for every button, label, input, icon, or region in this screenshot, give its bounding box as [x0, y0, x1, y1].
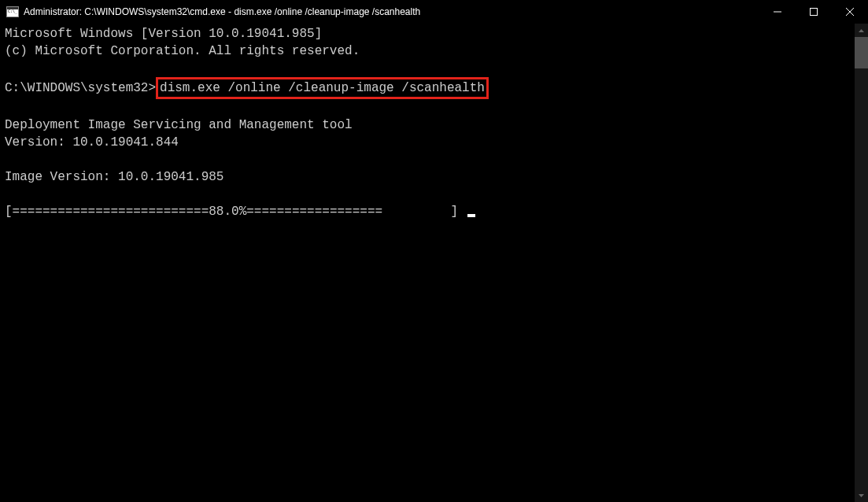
minimize-icon	[774, 8, 781, 16]
terminal-area: Microsoft Windows [Version 10.0.19041.98…	[0, 24, 868, 502]
scrollbar-thumb[interactable]	[855, 37, 868, 68]
progress-bar-left: [==========================	[5, 205, 209, 219]
prompt-text: C:\WINDOWS\system32>	[5, 81, 156, 95]
maximize-button[interactable]	[796, 0, 832, 24]
svg-rect-1	[811, 9, 818, 16]
progress-bar-right: ================== ]	[246, 205, 465, 219]
svg-marker-4	[859, 29, 864, 32]
progress-percent: 88.0%	[209, 205, 246, 219]
chevron-down-icon	[859, 494, 864, 497]
window-controls	[759, 0, 868, 24]
maximize-icon	[810, 8, 818, 16]
os-version-line: Microsoft Windows [Version 10.0.19041.98…	[5, 27, 322, 41]
scroll-down-button[interactable]	[855, 489, 868, 502]
title-left: Administrator: C:\WINDOWS\system32\cmd.e…	[6, 6, 420, 17]
copyright-line: (c) Microsoft Corporation. All rights re…	[5, 44, 360, 58]
image-version-line: Image Version: 10.0.19041.985	[5, 170, 223, 184]
cmd-icon	[6, 6, 19, 17]
scroll-up-button[interactable]	[855, 24, 868, 37]
title-bar: Administrator: C:\WINDOWS\system32\cmd.e…	[0, 0, 868, 24]
command-text: dism.exe /online /cleanup-image /scanhea…	[160, 81, 485, 95]
command-highlight: dism.exe /online /cleanup-image /scanhea…	[156, 77, 489, 99]
minimize-button[interactable]	[759, 0, 796, 24]
cursor	[467, 214, 475, 217]
close-icon	[846, 8, 854, 16]
tool-version-line: Version: 10.0.19041.844	[5, 135, 179, 149]
chevron-up-icon	[859, 29, 864, 32]
close-button[interactable]	[832, 0, 868, 24]
tool-name-line: Deployment Image Servicing and Managemen…	[5, 118, 353, 132]
vertical-scrollbar[interactable]	[855, 24, 868, 502]
svg-marker-5	[859, 494, 864, 497]
terminal-output[interactable]: Microsoft Windows [Version 10.0.19041.98…	[0, 24, 855, 502]
window-title: Administrator: C:\WINDOWS\system32\cmd.e…	[24, 6, 420, 17]
